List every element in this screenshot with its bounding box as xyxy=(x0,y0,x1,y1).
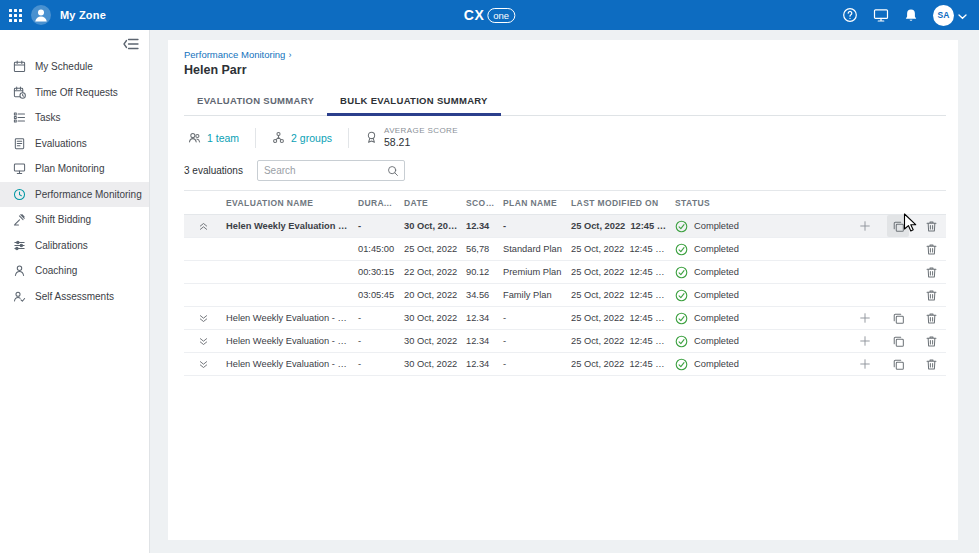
score-value: 12.34 xyxy=(462,336,499,346)
evaluation-table-header: EVALUATION NAMEDURATIONDATESCOREPLAN NAM… xyxy=(184,190,946,215)
column-header-status[interactable]: STATUS xyxy=(671,198,850,208)
status-label: Completed xyxy=(694,313,739,323)
row-actions xyxy=(850,353,946,375)
delete-evaluation-button[interactable] xyxy=(920,284,942,306)
evaluation-sub-row[interactable]: 03:05:4520 Oct, 202234.56Family Plan25 O… xyxy=(184,284,946,307)
evaluation-table-body: Helen Weekly Evaluation - June...-30 Oct… xyxy=(184,215,946,376)
sidebar-item-tasks[interactable]: Tasks xyxy=(0,105,149,131)
breadcrumb-link[interactable]: Performance Monitoring xyxy=(184,49,285,60)
column-header-date[interactable]: DATE xyxy=(400,198,462,208)
collapse-row-icon[interactable] xyxy=(198,221,209,232)
search-input[interactable] xyxy=(264,165,387,176)
sidebar-item-my-schedule[interactable]: My Schedule xyxy=(0,54,149,80)
groups-link[interactable]: 2 groups xyxy=(291,132,332,144)
evaluation-sub-row[interactable]: 00:30:1522 Oct, 202290.12Premium Plan25 … xyxy=(184,261,946,284)
tab-evaluation-summary[interactable]: EVALUATION SUMMARY xyxy=(184,88,327,116)
search-box[interactable] xyxy=(257,160,405,181)
score-value: 34.56 xyxy=(462,290,499,300)
plan-name-value: - xyxy=(499,221,567,231)
sidebar-item-time-off-requests[interactable]: Time Off Requests xyxy=(0,80,149,106)
tab-bulk-evaluation-summary[interactable]: BULK EVALUATION SUMMARY xyxy=(327,88,501,116)
evaluation-row[interactable]: Helen Weekly Evaluation - June 20-30 Oct… xyxy=(184,330,946,353)
status-cell: Completed xyxy=(671,220,850,233)
team-icon xyxy=(188,131,201,144)
status-completed-icon xyxy=(675,243,688,256)
evaluations-icon xyxy=(13,137,26,150)
plan-name-value: - xyxy=(499,359,567,369)
column-header-last-modified-on[interactable]: LAST MODIFIED ON xyxy=(567,198,671,208)
add-evaluation-button[interactable] xyxy=(854,215,876,237)
agent-desktop-icon[interactable] xyxy=(873,8,889,23)
status-cell: Completed xyxy=(671,266,850,279)
divider xyxy=(348,128,349,148)
divider xyxy=(255,128,256,148)
sidebar-item-shift-bidding[interactable]: Shift Bidding xyxy=(0,207,149,233)
delete-evaluation-button[interactable] xyxy=(920,330,942,352)
column-header-evaluation-name[interactable]: EVALUATION NAME xyxy=(222,198,354,208)
expand-row-icon[interactable] xyxy=(198,336,209,347)
delete-evaluation-button[interactable] xyxy=(920,215,942,237)
team-stat[interactable]: 1 team xyxy=(188,131,239,144)
delete-evaluation-button[interactable] xyxy=(920,353,942,375)
expand-row-icon[interactable] xyxy=(198,313,209,324)
row-actions xyxy=(850,215,946,237)
user-menu[interactable]: SA xyxy=(933,5,967,26)
delete-evaluation-button[interactable] xyxy=(920,238,942,260)
schedule-icon xyxy=(13,60,26,73)
copy-evaluation-button[interactable] xyxy=(887,215,909,237)
column-header-duration[interactable]: DURATION xyxy=(354,198,400,208)
add-evaluation-button[interactable] xyxy=(854,353,876,375)
sidebar-item-plan-monitoring[interactable]: Plan Monitoring xyxy=(0,156,149,182)
sidebar-item-self-assessments[interactable]: Self Assessments xyxy=(0,284,149,310)
groups-stat[interactable]: 2 groups xyxy=(272,131,332,144)
avatar[interactable]: SA xyxy=(933,5,954,26)
copy-evaluation-button[interactable] xyxy=(887,307,909,329)
evaluation-name: Helen Weekly Evaluation - June 20 xyxy=(222,359,354,369)
breadcrumb-chevron-icon: › xyxy=(288,50,291,60)
evaluation-name: Helen Weekly Evaluation - June 20 xyxy=(222,336,354,346)
add-evaluation-button[interactable] xyxy=(854,307,876,329)
sidebar-item-coaching[interactable]: Coaching xyxy=(0,258,149,284)
copy-evaluation-button[interactable] xyxy=(887,330,909,352)
sidebar-item-evaluations[interactable]: Evaluations xyxy=(0,131,149,157)
team-link[interactable]: 1 team xyxy=(207,132,239,144)
evaluation-row[interactable]: Helen Weekly Evaluation - June 20-30 Oct… xyxy=(184,307,946,330)
cxone-logo: CX one xyxy=(464,0,515,30)
column-header-score[interactable]: SCORE xyxy=(462,198,499,208)
duration-value: - xyxy=(354,221,400,231)
duration-value: - xyxy=(354,313,400,323)
sidebar-item-performance-monitoring[interactable]: Performance Monitoring xyxy=(0,182,149,208)
help-icon[interactable] xyxy=(842,7,858,23)
evaluation-sub-row[interactable]: 01:45:0025 Oct, 202256,78Standard Plan25… xyxy=(184,238,946,261)
delete-evaluation-button[interactable] xyxy=(920,307,942,329)
last-modified-value: 25 Oct, 2022 12:45 PM xyxy=(567,244,671,254)
status-cell: Completed xyxy=(671,335,850,348)
sidebar-item-label: Shift Bidding xyxy=(35,214,91,225)
status-completed-icon xyxy=(675,312,688,325)
status-completed-icon xyxy=(675,335,688,348)
delete-evaluation-button[interactable] xyxy=(920,261,942,283)
status-cell: Completed xyxy=(671,312,850,325)
evaluation-row[interactable]: Helen Weekly Evaluation - June...-30 Oct… xyxy=(184,215,946,238)
status-cell: Completed xyxy=(671,358,850,371)
score-value: 12.34 xyxy=(462,359,499,369)
app-grid-icon[interactable] xyxy=(9,9,22,22)
performance-monitoring-card: Performance Monitoring › Helen Parr EVAL… xyxy=(168,40,958,540)
sidebar-item-calibrations[interactable]: Calibrations xyxy=(0,233,149,259)
my-zone-logo-icon xyxy=(31,5,51,25)
status-label: Completed xyxy=(694,336,739,346)
coaching-icon xyxy=(13,264,26,277)
evaluation-row[interactable]: Helen Weekly Evaluation - June 20-30 Oct… xyxy=(184,353,946,376)
notifications-bell-icon[interactable] xyxy=(904,8,918,23)
add-evaluation-button[interactable] xyxy=(854,330,876,352)
column-header-plan-name[interactable]: PLAN NAME xyxy=(499,198,567,208)
search-icon[interactable] xyxy=(387,165,399,177)
breadcrumb[interactable]: Performance Monitoring › xyxy=(184,49,946,60)
copy-evaluation-button[interactable] xyxy=(887,353,909,375)
last-modified-value: 25 Oct, 2022 12:45 PM xyxy=(567,290,671,300)
collapse-sidebar-button[interactable] xyxy=(123,36,139,54)
duration-value: 01:45:00 xyxy=(354,244,400,254)
expand-row-icon[interactable] xyxy=(198,359,209,370)
shift-bidding-icon xyxy=(13,213,26,226)
status-label: Completed xyxy=(694,244,739,254)
